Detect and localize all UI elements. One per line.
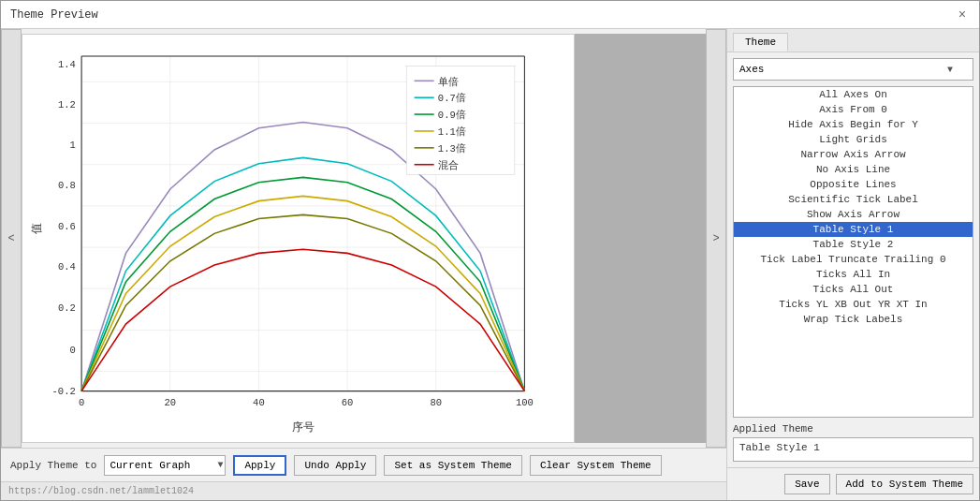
list-item[interactable]: Ticks All Out [734, 282, 973, 297]
tab-theme[interactable]: Theme [733, 33, 788, 52]
list-item[interactable]: Tick Label Truncate Trailing 0 [734, 252, 973, 267]
apply-theme-select[interactable]: Current Graph All Graphs [104, 455, 226, 476]
applied-theme-value: Table Style 1 [733, 437, 973, 462]
list-item[interactable]: Scientific Tick Label [734, 192, 973, 207]
svg-text:0.8: 0.8 [58, 180, 76, 191]
svg-text:100: 100 [516, 397, 534, 408]
svg-text:80: 80 [430, 397, 442, 408]
svg-text:1.4: 1.4 [58, 59, 76, 70]
theme-list: All Axes On Axis From 0 Hide Axis Begin … [733, 86, 973, 418]
save-button[interactable]: Save [784, 474, 829, 494]
list-item[interactable]: All Axes On [734, 87, 973, 102]
list-item[interactable]: Axis From 0 [734, 102, 973, 117]
list-item[interactable]: Ticks All In [734, 267, 973, 282]
svg-text:1.2: 1.2 [58, 99, 76, 111]
svg-text:单倍: 单倍 [438, 76, 459, 88]
svg-text:40: 40 [253, 397, 265, 408]
svg-text:0.4: 0.4 [58, 261, 76, 273]
svg-text:0.7倍: 0.7倍 [438, 92, 466, 104]
watermark-text: https://blog.csdn.net/lammlet1024 [8, 486, 194, 496]
list-item[interactable]: Light Grids [734, 132, 973, 147]
apply-theme-label: Apply Theme to [10, 460, 96, 471]
apply-theme-select-wrap: Current Graph All Graphs ▼ [104, 455, 226, 476]
svg-text:1.3倍: 1.3倍 [438, 142, 466, 155]
close-button[interactable]: × [955, 7, 970, 22]
applied-theme-section: Applied Theme Table Style 1 [733, 423, 973, 462]
list-item-selected[interactable]: Table Style 1 [734, 222, 973, 237]
list-item[interactable]: Table Style 2 [734, 237, 973, 252]
set-system-theme-button[interactable]: Set as System Theme [384, 455, 521, 476]
apply-theme-bar: Apply Theme to Current Graph All Graphs … [1, 448, 726, 481]
svg-text:60: 60 [342, 397, 354, 408]
list-item[interactable]: Wrap Tick Labels [734, 312, 973, 327]
main-content: < [1, 29, 979, 500]
list-item[interactable]: No Axis Line [734, 162, 973, 177]
applied-theme-label: Applied Theme [733, 423, 973, 435]
window-title: Theme Preview [10, 8, 98, 22]
chart-area: < [1, 29, 726, 500]
watermark-bar: https://blog.csdn.net/lammlet1024 [1, 481, 726, 500]
apply-button[interactable]: Apply [233, 455, 286, 476]
svg-text:20: 20 [164, 397, 176, 408]
list-item[interactable]: Hide Axis Begin for Y [734, 117, 973, 132]
clear-system-theme-button[interactable]: Clear System Theme [530, 455, 662, 476]
svg-text:0: 0 [69, 345, 75, 356]
add-to-system-theme-button[interactable]: Add to System Theme [836, 474, 973, 494]
svg-text:1.1倍: 1.1倍 [438, 125, 466, 138]
svg-text:0.9倍: 0.9倍 [438, 109, 466, 121]
theme-list-container: All Axes On Axis From 0 Hide Axis Begin … [733, 86, 973, 418]
svg-text:序号: 序号 [292, 420, 314, 434]
svg-text:混合: 混合 [438, 159, 459, 171]
axes-select-wrap: Axes Lines Text Background Figure ▼ [733, 58, 973, 81]
chart-plot: -0.2 0 0.2 0.4 0.6 0.8 1 1.2 1.4 0 [22, 34, 575, 443]
right-bottom-buttons: Save Add to System Theme [727, 467, 979, 500]
svg-text:0: 0 [79, 397, 84, 408]
svg-text:-0.2: -0.2 [52, 386, 76, 397]
chart-nav: < [1, 29, 726, 448]
theme-tab-bar: Theme [727, 29, 979, 52]
axes-select[interactable]: Axes Lines Text Background Figure [733, 58, 973, 81]
chart-gray-placeholder [575, 34, 706, 443]
theme-preview-window: Theme Preview × < [0, 0, 980, 501]
svg-text:0.2: 0.2 [58, 302, 76, 314]
right-panel: Theme Axes Lines Text Background Figure … [726, 29, 979, 500]
prev-chart-button[interactable]: < [1, 29, 22, 448]
list-item[interactable]: Opposite Lines [734, 177, 973, 192]
list-item[interactable]: Narrow Axis Arrow [734, 147, 973, 162]
next-chart-button[interactable]: > [706, 29, 726, 448]
list-item[interactable]: Ticks YL XB Out YR XT In [734, 297, 973, 312]
svg-text:1: 1 [69, 140, 75, 151]
title-bar: Theme Preview × [1, 1, 979, 29]
svg-text:0.6: 0.6 [58, 221, 76, 232]
undo-apply-button[interactable]: Undo Apply [294, 455, 376, 476]
list-item[interactable]: Show Axis Arrow [734, 207, 973, 222]
svg-text:值: 值 [31, 223, 43, 234]
